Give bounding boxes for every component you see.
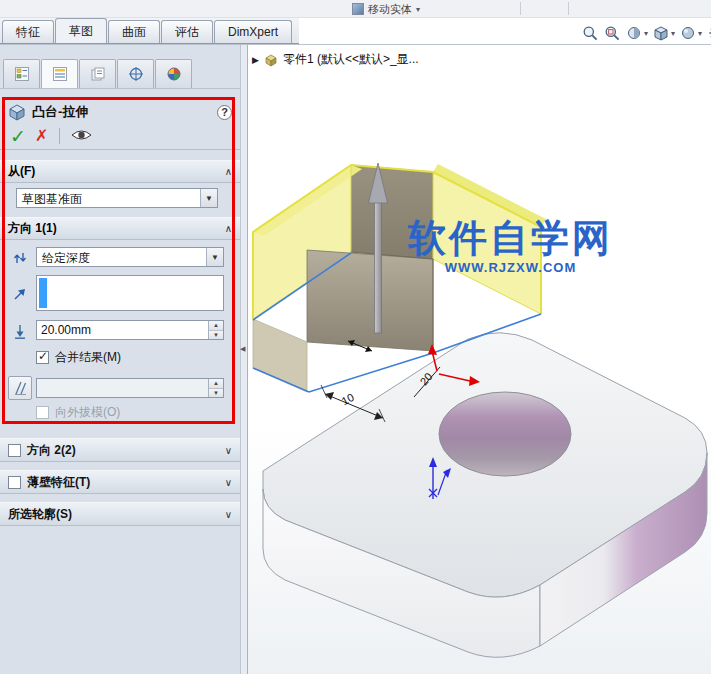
tab-surfaces[interactable]: 曲面 xyxy=(108,20,160,43)
help-button[interactable]: ? xyxy=(217,105,232,120)
ok-button[interactable]: ✓ xyxy=(10,127,26,146)
part-icon xyxy=(264,53,278,67)
tab-dimxpert[interactable]: DimXpert xyxy=(214,20,292,43)
draft-angle-field: ▲ ▼ xyxy=(36,378,224,398)
boss-extrude-icon xyxy=(8,103,26,121)
draft-angle-input xyxy=(37,379,208,397)
section-thin-feature-header[interactable]: ✓ 薄壁特征(T) ∨ xyxy=(0,470,240,494)
tab-sketch[interactable]: 草图 xyxy=(55,18,107,43)
preview-left-front-face[interactable] xyxy=(253,319,307,392)
direction-reference-listbox[interactable] xyxy=(36,275,224,311)
depth-input[interactable] xyxy=(37,321,208,339)
tab-dimxpertmanager[interactable] xyxy=(117,59,154,88)
chevron-down-icon: ▾ xyxy=(644,29,648,38)
flyout-feature-tree[interactable]: ▶ 零件1 (默认<<默认>_显... xyxy=(252,51,419,68)
display-style-button[interactable]: ▾ xyxy=(680,25,702,42)
dropdown-arrow-icon[interactable]: ▼ xyxy=(200,189,217,207)
depth-row: ▲ ▼ xyxy=(8,320,224,342)
reverse-direction-button[interactable] xyxy=(8,247,32,269)
feature-title-bar: 凸台-拉伸 ? xyxy=(0,101,240,123)
zoom-area-icon xyxy=(604,25,621,42)
panel-splitter[interactable]: ◀ xyxy=(240,45,248,674)
chevron-down-icon: ∨ xyxy=(225,445,232,456)
section-view-button[interactable]: ▾ xyxy=(626,25,648,42)
tab-featuremanager-tree[interactable] xyxy=(3,59,40,88)
configurationmanager-icon xyxy=(90,66,106,82)
toolbar-separator xyxy=(568,2,569,15)
hole-face[interactable] xyxy=(439,392,571,476)
section-from-label: 从(F) xyxy=(8,163,35,180)
direction-reference-icon xyxy=(8,283,32,305)
section-from-body: 草图基准面 ▼ xyxy=(0,183,240,217)
main-area: 凸台-拉伸 ? ✓ ✗ 从(F) ∧ 草图基准面 ▼ xyxy=(0,44,711,674)
model-scene[interactable]: 10 20 xyxy=(248,45,711,674)
dimension-10-text: 10 xyxy=(339,391,355,407)
displaymanager-icon xyxy=(166,66,182,82)
direction2-checkbox[interactable]: ✓ xyxy=(8,444,21,457)
merge-result-label: 合并结果(M) xyxy=(55,349,121,366)
direction-reference-row xyxy=(8,275,224,311)
spin-down-icon: ▼ xyxy=(209,389,223,398)
merge-result-checkbox[interactable]: ✓ xyxy=(36,351,49,364)
dropdown-arrow-icon[interactable]: ▼ xyxy=(206,248,223,266)
zoom-area-button[interactable] xyxy=(604,25,621,42)
cancel-button[interactable]: ✗ xyxy=(35,128,48,144)
move-entity-label: 移动实体 xyxy=(368,2,412,17)
chevron-down-icon: ▾ xyxy=(671,29,675,38)
chevron-down-icon: ∨ xyxy=(225,477,232,488)
section-direction1-body: 给定深度 ▼ xyxy=(0,240,240,432)
headsup-view-toolbar: ▾ ▾ ▾ ▾ xyxy=(582,25,711,42)
draft-row: ▲ ▼ xyxy=(8,376,224,400)
action-separator xyxy=(59,128,60,144)
spin-down-icon[interactable]: ▼ xyxy=(209,331,223,340)
merge-result-row[interactable]: ✓ 合并结果(M) xyxy=(36,350,224,365)
draft-angle-spinner: ▲ ▼ xyxy=(208,379,223,397)
toolbar-separator xyxy=(520,2,521,15)
from-dropdown[interactable]: 草图基准面 ▼ xyxy=(16,188,218,208)
part-label: 零件1 (默认<<默认>_显... xyxy=(283,51,419,68)
chevron-up-icon: ∧ xyxy=(225,166,232,177)
depth-field[interactable]: ▲ ▼ xyxy=(36,320,224,340)
preview-mid-wall-face[interactable] xyxy=(351,165,433,259)
section-view-icon xyxy=(626,25,643,42)
draft-outward-checkbox: ✓ xyxy=(36,406,49,419)
thin-feature-checkbox[interactable]: ✓ xyxy=(8,476,21,489)
section-direction1-header[interactable]: 方向 1(1) ∧ xyxy=(0,217,240,240)
selection-highlight xyxy=(39,278,47,308)
section-from-header[interactable]: 从(F) ∧ xyxy=(0,160,240,183)
zoom-fit-button[interactable] xyxy=(582,25,599,42)
section-direction2-header[interactable]: ✓ 方向 2(2) ∨ xyxy=(0,438,240,462)
chevron-down-icon: ▾ xyxy=(416,5,420,14)
spin-up-icon[interactable]: ▲ xyxy=(209,321,223,331)
view-orientation-button[interactable]: ▾ xyxy=(653,25,675,42)
tab-propertymanager[interactable] xyxy=(41,59,78,88)
collapse-panel-icon[interactable]: ◀ xyxy=(240,345,245,353)
chevron-down-icon: ▾ xyxy=(698,29,702,38)
tab-features[interactable]: 特征 xyxy=(2,20,54,43)
end-condition-dropdown[interactable]: 给定深度 ▼ xyxy=(36,247,224,267)
chevron-down-icon: ∨ xyxy=(225,509,232,520)
move-entity-tool[interactable]: 移动实体 ▾ xyxy=(352,1,420,17)
depth-spinner[interactable]: ▲ ▼ xyxy=(208,321,223,339)
propertymanager-icon xyxy=(52,66,68,82)
zoom-fit-icon xyxy=(582,25,599,42)
feature-title: 凸台-拉伸 xyxy=(32,103,88,121)
dimxpertmanager-icon xyxy=(128,66,144,82)
section-selected-contours-header[interactable]: 所选轮廓(S) ∨ xyxy=(0,502,240,526)
spin-up-icon: ▲ xyxy=(209,379,223,389)
draft-button[interactable] xyxy=(8,376,32,400)
manager-tab-bar xyxy=(0,45,240,89)
section-direction2-label: 方向 2(2) xyxy=(27,442,76,459)
view-settings-button[interactable]: ▾ xyxy=(707,25,711,42)
graphics-area[interactable]: ▶ 零件1 (默认<<默认>_显... 软件自学网 WWW.RJZXW.COM xyxy=(248,45,711,674)
expand-tree-icon[interactable]: ▶ xyxy=(252,55,259,65)
property-manager-panel: 凸台-拉伸 ? ✓ ✗ 从(F) ∧ 草图基准面 ▼ xyxy=(0,45,240,674)
app-window: 移动实体 ▾ 特征 草图 曲面 评估 DimXpert xyxy=(0,0,711,674)
tab-configurationmanager[interactable] xyxy=(79,59,116,88)
tab-displaymanager[interactable] xyxy=(155,59,192,88)
preview-inner-front-face[interactable] xyxy=(307,250,433,351)
tab-evaluate[interactable]: 评估 xyxy=(161,20,213,43)
display-style-icon xyxy=(680,25,697,42)
end-condition-row: 给定深度 ▼ xyxy=(8,247,224,269)
preview-button[interactable] xyxy=(71,128,92,145)
